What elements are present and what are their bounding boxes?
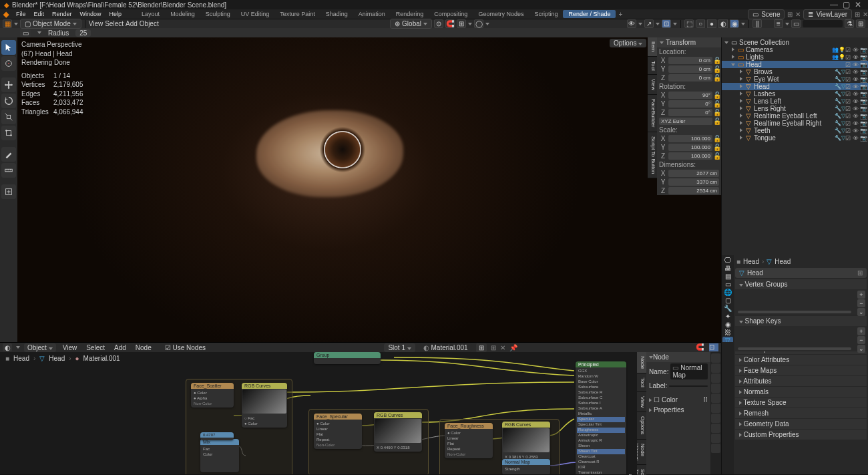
mode-selector[interactable]: ▢Object Mode <box>20 19 81 29</box>
workspace-shading[interactable]: Shading <box>320 10 353 18</box>
scene-new-button[interactable]: ⊞ <box>787 11 793 18</box>
node-math-1[interactable]: Mix FacColor <box>200 439 239 472</box>
section-texspace[interactable]: Texture Space <box>735 398 867 408</box>
node-editor-type[interactable]: ◐ <box>3 343 12 351</box>
eye-icon[interactable]: 👁 <box>853 106 859 112</box>
shading-matprev-button[interactable]: ◐ <box>718 19 728 28</box>
sk-remove-button[interactable]: − <box>857 336 865 344</box>
ntab-wrangler[interactable]: Node Wrangl <box>637 440 646 465</box>
exclude-icon[interactable]: ☑ <box>845 106 852 112</box>
ptab-object[interactable]: ▢ <box>722 297 733 304</box>
scl-x[interactable]: 100.000 <box>668 135 712 142</box>
exclude-icon[interactable]: ☑ <box>845 128 852 134</box>
exclude-icon[interactable]: ☑ <box>845 120 852 127</box>
workspace-texpaint[interactable]: Texture Paint <box>274 10 320 18</box>
exclude-icon[interactable]: ☑ <box>845 61 852 68</box>
outliner-new-coll-button[interactable]: ⊞ <box>856 19 865 28</box>
section-customprops[interactable]: Custom Properties <box>735 430 867 440</box>
outliner-item-lashes[interactable]: ▽Lashes🔧▽☑👁📷 <box>722 90 868 98</box>
workspace-modeling[interactable]: Modeling <box>165 10 200 18</box>
overlay-button[interactable]: ⊡ <box>662 19 671 28</box>
tool-scale[interactable] <box>1 110 16 124</box>
ni-8[interactable] <box>711 424 720 433</box>
radius-value[interactable]: 25 <box>75 29 91 37</box>
mat-new-button[interactable]: ⊞ <box>491 344 496 351</box>
ptab-output[interactable]: 🖶 <box>722 265 733 272</box>
menu-help[interactable]: Help <box>105 11 126 17</box>
dim-z[interactable]: 2534 cm <box>668 187 719 194</box>
camera-icon[interactable]: 📷 <box>860 98 867 105</box>
section-geodata[interactable]: Geometry Data <box>735 419 867 429</box>
node-group-top[interactable]: Group <box>314 352 381 364</box>
ptab-modifier[interactable]: 🔧 <box>722 305 733 312</box>
ptab-constraint[interactable]: ⛓ <box>722 329 733 336</box>
workspace-rendershade[interactable]: Render / Shade <box>563 10 616 18</box>
node-image-texture-3[interactable]: Face_Roughness ● ColorLinearFlatRepeatNo… <box>445 423 493 458</box>
node-label-input[interactable] <box>669 385 708 387</box>
loc-z[interactable]: 0 cm <box>668 74 712 82</box>
eye-icon[interactable]: 👁 <box>853 120 859 127</box>
eye-icon[interactable]: 👁 <box>853 128 859 134</box>
eye-icon[interactable]: 👁 <box>853 113 859 120</box>
proportional-edit-button[interactable]: ◯ <box>474 19 483 28</box>
exclude-icon[interactable]: ☑ <box>845 135 852 142</box>
eye-icon[interactable]: 👁 <box>853 69 859 75</box>
eye-icon[interactable]: 👁 <box>853 54 859 61</box>
node-rgb-curves-1[interactable]: RGB Curves ○ Fac● Color <box>242 383 287 428</box>
ntab-options[interactable]: Options <box>637 412 646 440</box>
tool-annotate[interactable] <box>1 147 16 162</box>
node-color-row[interactable]: ☐ Color⠿ <box>646 395 710 405</box>
ptab-physics[interactable]: ◉ <box>722 321 733 328</box>
ni-7[interactable] <box>711 414 720 423</box>
sk-add-button[interactable]: + <box>857 327 865 335</box>
minimize-button[interactable]: — <box>828 0 840 9</box>
outliner-item-teeth[interactable]: ▽Teeth🔧▽☑👁📷 <box>722 127 868 134</box>
ntab-script[interactable]: Script To Butto <box>637 465 646 475</box>
transform-header[interactable]: Transform <box>657 37 721 47</box>
outliner-filter-button[interactable]: ⚗ <box>845 19 854 28</box>
viewlayer-selector[interactable]: ≣ViewLayer <box>803 9 852 19</box>
tab-tool[interactable]: Tool <box>648 57 657 75</box>
scl-y[interactable]: 100.000 <box>668 144 712 151</box>
camera-icon[interactable]: 📷 <box>860 120 867 127</box>
shading-solid-button[interactable]: ● <box>707 19 716 28</box>
camera-icon[interactable]: 📷 <box>860 135 867 142</box>
exclude-icon[interactable]: ☑ <box>845 76 852 83</box>
outliner-item-cameras[interactable]: ▭Cameras👥💡☑👁📷 <box>722 46 868 53</box>
camera-icon[interactable]: 📷 <box>860 84 867 90</box>
add-workspace-button[interactable]: + <box>616 11 625 18</box>
node-overlay-button[interactable]: ⊡ <box>709 343 718 351</box>
workspace-uv[interactable]: UV Editing <box>236 10 275 18</box>
mat-pin-button[interactable]: 📌 <box>509 344 517 351</box>
ni-10[interactable] <box>711 444 720 453</box>
camera-icon[interactable]: 📷 <box>860 54 867 61</box>
ntab-node[interactable]: Node <box>637 352 646 373</box>
section-remesh[interactable]: Remesh <box>735 408 867 418</box>
outliner-item-realtime-eyeball-left[interactable]: ▽Realtime Eyeball Left🔧▽☑👁📷 <box>722 112 868 120</box>
scene-delete-button[interactable]: ✕ <box>795 11 801 18</box>
node-panel-header[interactable]: Node <box>646 352 710 362</box>
camera-icon[interactable]: 📷 <box>860 76 867 83</box>
sk-slider[interactable] <box>738 347 851 350</box>
outliner-item-lens-left[interactable]: ▽Lens Left🔧▽☑👁📷 <box>722 98 868 105</box>
node-normal-map[interactable]: Normal Map Strength <box>502 459 550 474</box>
node-rgb-curves-3[interactable]: RGB Curves X 0.3818 Y 0.2583 <box>502 422 550 461</box>
camera-icon[interactable]: 📷 <box>860 69 867 75</box>
camera-icon[interactable]: 📷 <box>860 113 867 120</box>
dim-x[interactable]: 2677 cm <box>668 170 719 177</box>
dim-y[interactable]: 3370 cm <box>668 178 719 186</box>
tool-rotate[interactable] <box>1 94 16 108</box>
vg-specials-button[interactable]: ⌄ <box>857 308 865 316</box>
ntab-view[interactable]: View <box>637 392 646 412</box>
tool-move[interactable] <box>1 77 16 92</box>
gizmo-button[interactable]: ↗ <box>644 19 654 28</box>
outliner-display-mode[interactable]: ▭ <box>791 19 801 28</box>
exclude-icon[interactable]: ☑ <box>845 47 852 53</box>
menu-file[interactable]: File <box>12 11 30 17</box>
camera-icon[interactable]: 📷 <box>860 91 867 98</box>
tool-select[interactable] <box>1 40 16 55</box>
exclude-icon[interactable]: ☑ <box>845 84 852 90</box>
tab-view[interactable]: View <box>648 75 657 95</box>
close-button[interactable]: ✕ <box>852 0 864 9</box>
node-name-input[interactable]: ▭ Normal Map <box>670 363 708 379</box>
